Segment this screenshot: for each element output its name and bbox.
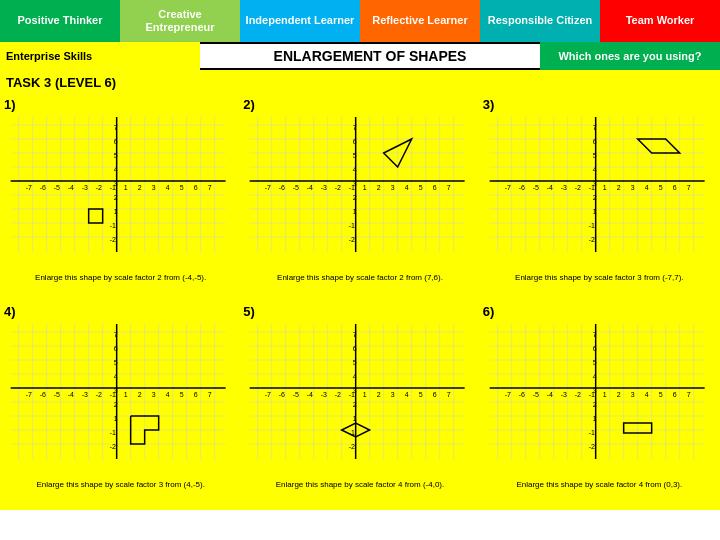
tab-responsible-citizen[interactable]: Responsible Citizen [480,0,600,42]
tab-creative-entrepreneur[interactable]: Creative Entrepreneur [120,0,240,42]
svg-text:5: 5 [658,184,662,191]
svg-text:-4: -4 [546,391,552,398]
svg-text:5: 5 [114,152,118,159]
problem-4: 4) 7 6 5 4 3 [2,303,239,508]
svg-text:-4: -4 [546,184,552,191]
svg-text:-3: -3 [560,391,566,398]
svg-text:4: 4 [353,373,357,380]
problem-6-label: 6) [483,304,495,319]
svg-text:-3: -3 [560,184,566,191]
svg-text:2: 2 [353,401,357,408]
svg-text:-1: -1 [349,184,355,191]
svg-text:2: 2 [592,194,596,201]
svg-text:2: 2 [138,391,142,398]
svg-text:7: 7 [114,331,118,338]
svg-text:-4: -4 [307,184,313,191]
task-label: TASK 3 (LEVEL 6) [0,70,720,94]
svg-text:5: 5 [353,359,357,366]
svg-text:7: 7 [592,331,596,338]
svg-text:6: 6 [592,138,596,145]
svg-text:-1: -1 [110,391,116,398]
problem-1: 1) [2,96,239,301]
svg-text:-7: -7 [26,391,32,398]
svg-text:1: 1 [124,391,128,398]
svg-rect-254 [484,319,714,479]
svg-text:2: 2 [592,401,596,408]
svg-text:1: 1 [114,415,118,422]
svg-text:-5: -5 [54,184,60,191]
svg-text:7: 7 [447,391,451,398]
svg-text:7: 7 [353,331,357,338]
svg-text:-1: -1 [588,391,594,398]
svg-text:4: 4 [644,391,648,398]
svg-text:6: 6 [672,391,676,398]
problem-2-caption: Enlarge this shape by scale factor 2 fro… [275,272,445,300]
top-nav: Positive Thinker Creative Entrepreneur I… [0,0,720,42]
svg-text:-2: -2 [588,236,594,243]
svg-text:5: 5 [592,152,596,159]
svg-text:-2: -2 [349,236,355,243]
svg-text:-1: -1 [110,429,116,436]
svg-text:7: 7 [114,124,118,131]
svg-text:-5: -5 [54,391,60,398]
svg-text:-5: -5 [532,184,538,191]
problem-1-label: 1) [4,97,16,112]
problem-6-caption: Enlarge this shape by scale factor 4 fro… [514,479,684,507]
svg-text:-1: -1 [588,222,594,229]
svg-text:-6: -6 [518,391,524,398]
svg-text:-7: -7 [265,391,271,398]
svg-text:7: 7 [208,391,212,398]
svg-text:1: 1 [592,415,596,422]
tab-independent-learner[interactable]: Independent Learner [240,0,360,42]
svg-text:-6: -6 [279,391,285,398]
svg-text:3: 3 [391,391,395,398]
problem-1-caption: Enlarge this shape by scale factor 2 fro… [33,272,208,300]
svg-text:-1: -1 [588,184,594,191]
problem-2-grid: 7 6 5 4 3 2 1 -1 -2 -7 -6 -5 -4 -3 -2 -1… [241,112,478,272]
svg-text:1: 1 [353,208,357,215]
svg-text:7: 7 [447,184,451,191]
svg-text:2: 2 [114,194,118,201]
svg-text:3: 3 [630,184,634,191]
svg-text:-6: -6 [40,184,46,191]
banner-right: Which ones are you using? [540,42,720,70]
svg-text:2: 2 [138,184,142,191]
svg-text:-2: -2 [574,184,580,191]
problem-2: 2) 7 6 5 4 3 [241,96,478,301]
svg-rect-0 [6,112,236,272]
svg-text:-5: -5 [293,184,299,191]
problem-2-label: 2) [243,97,255,112]
tab-team-worker[interactable]: Team Worker [600,0,720,42]
svg-text:6: 6 [114,138,118,145]
svg-text:7: 7 [208,184,212,191]
svg-text:-1: -1 [349,391,355,398]
svg-text:6: 6 [194,391,198,398]
svg-rect-153 [6,319,236,479]
svg-text:3: 3 [152,391,156,398]
svg-text:4: 4 [114,166,118,173]
problem-3: 3) 7 6 5 4 3 [481,96,718,301]
svg-rect-51 [245,112,475,272]
tab-reflective-learner[interactable]: Reflective Learner [360,0,480,42]
svg-text:1: 1 [602,391,606,398]
problem-4-caption: Enlarge this shape by scale factor 3 fro… [34,479,207,507]
svg-text:1: 1 [124,184,128,191]
svg-text:1: 1 [592,208,596,215]
svg-text:-6: -6 [40,391,46,398]
tab-positive-thinker[interactable]: Positive Thinker [0,0,120,42]
svg-text:5: 5 [353,152,357,159]
problem-6-grid: 7 6 5 4 3 2 1 -1 -2 -7 -6 -5 -4 -3 -2 -1… [481,319,718,479]
svg-text:-6: -6 [279,184,285,191]
svg-text:5: 5 [114,359,118,366]
svg-text:5: 5 [180,184,184,191]
svg-text:-7: -7 [504,391,510,398]
problem-5: 5) 7 6 5 4 3 [241,303,478,508]
svg-text:-2: -2 [349,443,355,450]
problem-5-grid: 7 6 5 4 3 2 1 -1 -2 -7 -6 -5 -4 -3 -2 -1… [241,319,478,479]
svg-text:1: 1 [363,184,367,191]
svg-text:5: 5 [658,391,662,398]
svg-text:-7: -7 [504,184,510,191]
svg-text:5: 5 [180,391,184,398]
svg-text:4: 4 [644,184,648,191]
svg-text:7: 7 [686,184,690,191]
